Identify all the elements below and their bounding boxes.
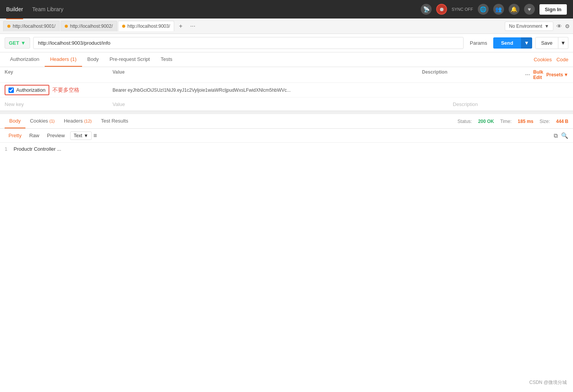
response-code-1: Productr Controller ... (13, 146, 61, 152)
top-navbar: Builder Team Library 📡 ⏺ SYNC OFF 🌐 👥 🔔 … (0, 0, 573, 19)
save-button-group: Save ▼ (535, 37, 568, 49)
url-tab-1[interactable]: http://localhost:9001/ (3, 21, 60, 31)
watermark: CSDN @微境分城 (529, 379, 567, 386)
url-tab-3[interactable]: http://localhost:9003/ (118, 21, 175, 31)
nav-actions-right: 📡 ⏺ SYNC OFF 🌐 👥 🔔 ♥ Sign In (421, 4, 567, 15)
format-type-label: Text (74, 133, 82, 138)
url-tab-2-label: http://localhost:9002/ (70, 24, 113, 29)
response-status: Status: 200 OK Time: 185 ms Size: 444 B (457, 119, 568, 124)
send-dropdown-button[interactable]: ▼ (521, 37, 532, 49)
fmt-tab-raw[interactable]: Raw (25, 131, 43, 140)
tab-authorization[interactable]: Authorization (5, 52, 45, 67)
format-type-chevron-icon: ▼ (84, 133, 88, 138)
resp-tab-headers[interactable]: Headers (12) (59, 114, 96, 128)
env-chevron-icon: ▼ (544, 24, 549, 29)
resp-tab-cookies[interactable]: Cookies (1) (25, 114, 59, 128)
col-description: Description (422, 69, 538, 80)
status-label: Status: (457, 119, 472, 124)
tab-prerequest[interactable]: Pre-request Script (104, 52, 155, 67)
fmt-tab-preview[interactable]: Preview (43, 131, 69, 140)
search-response-icon[interactable]: 🔍 (561, 132, 568, 139)
method-selector[interactable]: GET ▼ (5, 37, 30, 49)
bulk-edit-link[interactable]: Bulk Edit (533, 69, 543, 80)
time-label: Time: (500, 119, 512, 124)
tab-tests[interactable]: Tests (155, 52, 178, 67)
tab-team-library[interactable]: Team Library (32, 5, 64, 14)
method-label: GET (9, 40, 19, 46)
url-tabs-bar: http://localhost:9001/ http://localhost:… (0, 19, 573, 34)
env-label: No Environment (509, 24, 542, 29)
format-type-selector[interactable]: Text ▼ (70, 131, 92, 140)
save-button[interactable]: Save (535, 37, 558, 49)
add-tab-button[interactable]: + (176, 22, 185, 30)
new-key-placeholder[interactable]: New key (5, 99, 113, 109)
environment-selector: No Environment ▼ 👁 ⚙ (505, 22, 570, 31)
nav-tabs-left: Builder Team Library (6, 5, 64, 14)
send-button-group: Send ▼ (493, 37, 532, 49)
more-tabs-button[interactable]: ··· (188, 22, 198, 30)
status-value: 200 OK (478, 119, 494, 124)
sync-status: SYNC OFF (452, 7, 473, 12)
req-tab-right-actions: Cookies Code (534, 53, 568, 66)
method-chevron-icon: ▼ (21, 40, 26, 46)
tab-actions: + ··· (176, 22, 198, 30)
heart-icon[interactable]: ♥ (524, 4, 535, 15)
response-body: 1 Productr Controller ... (0, 143, 573, 297)
url-tab-1-label: http://localhost:9001/ (13, 24, 55, 29)
response-section: Body Cookies (1) Headers (12) Test Resul… (0, 114, 573, 392)
response-format-bar: Pretty Raw Preview Text ▼ ≡ ⧉ 🔍 (0, 129, 573, 143)
presets-link[interactable]: Presets ▼ (546, 72, 568, 77)
url-input[interactable] (33, 37, 464, 49)
headers-badge: (12) (84, 119, 92, 123)
size-label: Size: (539, 119, 550, 124)
tab-headers[interactable]: Headers (1) (45, 52, 82, 67)
eye-icon[interactable]: 👁 (556, 23, 562, 29)
cookies-badge: (1) (49, 119, 54, 123)
time-value: 185 ms (518, 119, 534, 124)
record-icon[interactable]: ⏺ (436, 4, 447, 15)
headers-table: Key Value Description ··· Bulk Edit Pres… (0, 67, 573, 111)
save-dropdown-button[interactable]: ▼ (558, 37, 568, 49)
word-wrap-icon[interactable]: ≡ (93, 132, 97, 139)
table-row: Authorization 不要多空格 Bearer eyJhbGciOiJSU… (0, 83, 573, 98)
request-bar: GET ▼ Params Send ▼ Save ▼ (0, 34, 573, 52)
antenna-icon[interactable]: 📡 (421, 4, 432, 15)
presets-chevron-icon: ▼ (564, 72, 568, 77)
bell-icon[interactable]: 🔔 (509, 4, 519, 15)
sign-in-button[interactable]: Sign In (539, 4, 567, 15)
send-button[interactable]: Send (493, 37, 521, 49)
fmt-tab-pretty[interactable]: Pretty (5, 131, 25, 140)
auth-value-text: Bearer eyJhbGciOiJSUzI1NiJ9.eyJ1c2Vyljoi… (113, 87, 422, 93)
code-link[interactable]: Code (556, 53, 568, 66)
header-table-actions: ··· Bulk Edit Presets ▼ (538, 69, 568, 80)
env-dropdown[interactable]: No Environment ▼ (505, 22, 553, 31)
tab-builder[interactable]: Builder (6, 5, 23, 14)
params-button[interactable]: Params (467, 38, 490, 48)
url-tab-2[interactable]: http://localhost:9002/ (60, 21, 117, 31)
url-tab-3-label: http://localhost:9003/ (128, 24, 170, 29)
copy-icon[interactable]: ⧉ (554, 132, 558, 139)
team-icon[interactable]: 👥 (493, 4, 504, 15)
main-content: http://localhost:9001/ http://localhost:… (0, 19, 573, 392)
globe-icon[interactable]: 🌐 (478, 4, 489, 15)
auth-checkbox[interactable] (8, 87, 14, 93)
headers-table-header: Key Value Description ··· Bulk Edit Pres… (0, 67, 573, 83)
request-tabs-bar: Authorization Headers (1) Body Pre-reque… (0, 52, 573, 67)
new-value-placeholder[interactable]: Value (113, 99, 453, 109)
cookies-link[interactable]: Cookies (534, 53, 552, 66)
response-line-1: 1 Productr Controller ... (5, 146, 568, 152)
col-value: Value (113, 69, 422, 80)
new-desc-placeholder[interactable]: Description (453, 99, 568, 109)
resp-tab-body[interactable]: Body (5, 114, 25, 128)
tab-body[interactable]: Body (82, 52, 104, 67)
annotation-text: 不要多空格 (52, 87, 79, 94)
tab-dot-1 (7, 25, 10, 28)
tab-dot-2 (65, 25, 68, 28)
settings-icon[interactable]: ⚙ (565, 23, 570, 29)
key-cell: Authorization 不要多空格 (5, 85, 113, 95)
auth-key-text: Authorization (16, 87, 45, 93)
more-options-icon[interactable]: ··· (525, 71, 530, 78)
resp-tab-test-results[interactable]: Test Results (96, 114, 133, 128)
line-number-1: 1 (5, 146, 7, 152)
response-actions: ⧉ 🔍 (554, 132, 568, 139)
